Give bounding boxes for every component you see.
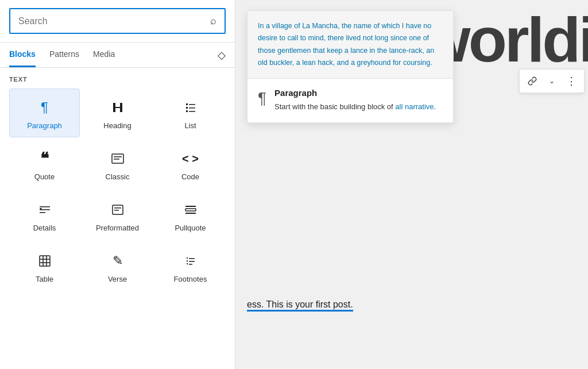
verse-label: Verse (108, 275, 127, 283)
block-item-preformatted[interactable]: Preformatted (82, 191, 153, 240)
block-item-list[interactable]: List (155, 89, 226, 137)
popover-info: Paragraph Start with the basic building … (274, 88, 436, 113)
svg-rect-27 (187, 257, 188, 259)
svg-rect-21 (185, 213, 196, 214)
list-label: List (184, 121, 196, 130)
block-item-verse[interactable]: ✎ Verse (82, 242, 153, 291)
svg-rect-14 (40, 212, 45, 213)
search-area: ⌕ (0, 0, 235, 43)
block-item-quote[interactable]: ❝ Quote (9, 140, 80, 189)
svg-rect-22 (40, 256, 50, 266)
code-label: Code (181, 172, 199, 181)
block-popover: In a village of La Mancha, the name of w… (247, 10, 454, 123)
search-input[interactable] (18, 16, 210, 26)
toolbar-chevron-button[interactable]: ⌄ (543, 72, 561, 90)
table-icon (38, 252, 52, 270)
svg-rect-17 (114, 207, 121, 209)
tab-media[interactable]: Media (93, 43, 115, 67)
toolbar-link-button[interactable] (523, 72, 541, 90)
heading-icon (111, 98, 125, 117)
svg-rect-10 (114, 156, 122, 157)
classic-icon (111, 149, 125, 168)
svg-rect-6 (189, 107, 195, 109)
tabs-row: Blocks Patterns Media ◇ (0, 43, 235, 68)
block-item-paragraph[interactable]: ¶ Paragraph (9, 89, 80, 137)
preformatted-icon (111, 201, 125, 219)
popover-desc: Start with the basic building block of a… (274, 101, 436, 113)
text-line-content: ess. This is your first post. (247, 299, 353, 312)
svg-rect-7 (186, 110, 188, 112)
details-label: Details (33, 224, 56, 232)
block-item-code[interactable]: < > Code (155, 140, 226, 189)
svg-rect-28 (189, 258, 195, 259)
code-icon: < > (182, 149, 199, 168)
svg-rect-11 (114, 159, 119, 160)
svg-rect-19 (185, 206, 196, 207)
svg-rect-4 (189, 104, 195, 105)
svg-rect-5 (186, 107, 188, 109)
popover-title: Paragraph (274, 88, 436, 98)
paragraph-icon: ¶ (41, 98, 48, 117)
list-icon (184, 98, 198, 117)
toolbar-more-button[interactable]: ⋮ (562, 72, 581, 90)
svg-rect-29 (187, 260, 188, 262)
diamond-icon[interactable]: ◇ (218, 49, 226, 62)
quote-icon: ❝ (40, 149, 49, 168)
blocks-grid: ¶ Paragraph Heading (9, 89, 226, 291)
heading-label: Heading (103, 121, 131, 130)
verse-icon: ✎ (113, 252, 123, 270)
svg-rect-8 (189, 111, 195, 112)
quote-label: Quote (34, 172, 55, 181)
popover-desc-link[interactable]: all narrative (395, 102, 434, 111)
right-panel: worldi In a village of La Mancha, the na… (235, 0, 588, 369)
footnotes-label: Footnotes (174, 275, 207, 283)
svg-rect-32 (189, 264, 192, 265)
popover-desc-end: . (434, 102, 436, 111)
search-icon: ⌕ (210, 15, 216, 27)
popover-body: ¶ Paragraph Start with the basic buildin… (247, 79, 453, 122)
pullquote-label: Pullquote (175, 224, 206, 232)
block-item-heading[interactable]: Heading (82, 89, 153, 137)
popover-pilcrow-icon: ¶ (258, 89, 266, 107)
block-item-details[interactable]: Details (9, 191, 80, 240)
block-item-pullquote[interactable]: Pullquote (155, 191, 226, 240)
popover-preview: In a village of La Mancha, the name of w… (247, 11, 453, 79)
popover-desc-text: Start with the basic building block of (274, 102, 395, 111)
svg-rect-30 (189, 261, 195, 262)
block-toolbar: ⌄ ⋮ (519, 69, 585, 93)
preformatted-label: Preformatted (96, 224, 139, 232)
footnotes-icon (184, 252, 198, 270)
svg-rect-12 (40, 206, 50, 207)
block-item-footnotes[interactable]: Footnotes (155, 242, 226, 291)
blocks-grid-wrapper: ¶ Paragraph Heading (0, 86, 235, 369)
svg-rect-18 (114, 210, 119, 211)
text-line: ess. This is your first post. (247, 299, 588, 312)
popover-preview-text: In a village of La Mancha, the name of w… (258, 20, 443, 69)
details-icon (38, 201, 52, 219)
paragraph-label: Paragraph (27, 121, 62, 130)
svg-rect-3 (186, 103, 188, 105)
svg-rect-2 (120, 103, 122, 112)
table-label: Table (36, 275, 53, 283)
section-label-text: TEXT (0, 68, 235, 86)
svg-rect-31 (187, 263, 188, 264)
tab-patterns[interactable]: Patterns (49, 43, 79, 67)
tab-blocks[interactable]: Blocks (9, 43, 36, 67)
classic-label: Classic (106, 172, 130, 181)
svg-rect-20 (185, 209, 196, 211)
block-item-classic[interactable]: Classic (82, 140, 153, 189)
pullquote-icon (184, 201, 198, 219)
block-item-table[interactable]: Table (9, 242, 80, 291)
left-panel: ⌕ Blocks Patterns Media ◇ TEXT ¶ Paragra… (0, 0, 235, 369)
search-box[interactable]: ⌕ (9, 8, 226, 34)
